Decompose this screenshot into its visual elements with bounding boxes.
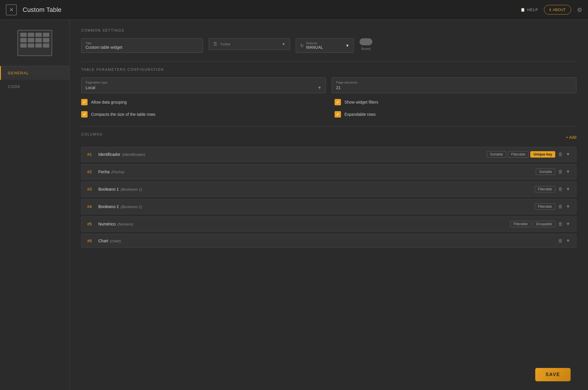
delete-column-6-button[interactable]: 🗑 (558, 238, 563, 243)
boxed-group: Boxed (360, 38, 372, 50)
settings-icon[interactable]: ⚙ (577, 6, 582, 13)
checkboxes-grid: ✓ Allow data grouping ✓ Show widget filt… (81, 99, 576, 118)
tag-filterable-1: Filterable (508, 151, 529, 158)
title-field-group: Title Custom table widget (81, 38, 203, 53)
col-alias-2: (Fecha) (111, 170, 124, 174)
columns-title: COLUMNS (81, 132, 103, 136)
sidebar-nav: GENERAL CODE (0, 66, 69, 93)
delete-column-1-button[interactable]: 🗑 (558, 152, 563, 157)
add-icon: + Add (566, 135, 576, 140)
delete-column-5-button[interactable]: 🗑 (558, 221, 563, 227)
sidebar-item-code[interactable]: CODE (0, 80, 69, 93)
table-row: #3 Booleano 1 (Booleano 1) Filterable 🗑 … (81, 182, 576, 197)
tag-filterable-4: Filterable (535, 203, 555, 210)
col-tags-4: Filterable (535, 203, 555, 210)
settings-row: Title Custom table widget 🗓 Toolbar ▼ (81, 38, 576, 53)
table-params-section: TABLE PARAMETERS CONFIGURATION Paginatio… (81, 68, 576, 118)
about-button[interactable]: ℹ ABOUT (544, 5, 571, 15)
col-number-5: #5 (87, 222, 96, 226)
icon-cell (28, 38, 34, 42)
delete-column-3-button[interactable]: 🗑 (558, 187, 563, 192)
title-value: Custom table widget (86, 45, 199, 50)
expand-column-2-button[interactable]: ▼ (566, 169, 570, 174)
checkbox-label-compacts-size: Compacts the size of the table rows (91, 112, 155, 117)
save-button-container: SAVE (535, 368, 571, 381)
col-tags-2: Sortable (536, 169, 555, 175)
checkbox-icon-compacts-size: ✓ (81, 111, 88, 118)
col-actions-5: 🗑 ▼ (558, 221, 570, 227)
table-row: #6 Chart (chart) 🗑 ▼ (81, 234, 576, 248)
page-elements-value: 21 (336, 85, 572, 90)
expand-column-5-button[interactable]: ▼ (566, 221, 570, 227)
icon-cell (35, 33, 42, 37)
refresh-select[interactable]: ↻ Refresh MANUAL ▼ (296, 38, 354, 53)
icon-cell (20, 38, 27, 42)
col-name-3: Booleano 1 (98, 187, 119, 192)
table-params-title: TABLE PARAMETERS CONFIGURATION (81, 68, 576, 72)
checkbox-show-widget-filters[interactable]: ✓ Show widget filters (335, 99, 576, 105)
col-name-6: Chart (98, 239, 108, 243)
icon-cell (28, 33, 34, 37)
close-icon: ✕ (9, 7, 14, 13)
delete-column-4-button[interactable]: 🗑 (558, 204, 563, 209)
save-button[interactable]: SAVE (535, 368, 571, 381)
checkbox-compacts-size[interactable]: ✓ Compacts the size of the table rows (81, 111, 323, 118)
main-content: COMMON SETTINGS Title Custom table widge… (70, 20, 588, 390)
page-elements-label: Page elements (336, 81, 572, 84)
sidebar-item-general[interactable]: GENERAL (0, 66, 69, 80)
expand-column-3-button[interactable]: ▼ (566, 187, 570, 192)
refresh-label: Refresh (306, 41, 343, 45)
refresh-icon: ↻ (300, 43, 304, 48)
boxed-label: Boxed (361, 47, 370, 50)
checkbox-icon-show-widget-filters: ✓ (335, 99, 341, 105)
tag-filterable-3: Filterable (535, 186, 555, 192)
pagination-type-value: Local ▼ (86, 85, 322, 90)
close-button[interactable]: ✕ (6, 4, 17, 15)
col-alias-6: (chart) (110, 239, 121, 243)
title-label: Title (86, 41, 199, 45)
delete-column-2-button[interactable]: 🗑 (558, 169, 563, 174)
page-elements-field[interactable]: Page elements 21 (332, 77, 576, 93)
checkbox-label-allow-data-grouping: Allow data grouping (91, 100, 127, 104)
columns-section: COLUMNS + Add #1 Identificador (Identifi… (81, 132, 576, 248)
pagination-type-field[interactable]: Pagination type Local ▼ (81, 77, 326, 93)
col-alias-4: (Booleano 2) (121, 205, 142, 209)
col-actions-2: 🗑 ▼ (558, 169, 570, 174)
checkbox-allow-data-grouping[interactable]: ✓ Allow data grouping (81, 99, 323, 105)
table-row: #2 Fecha (Fecha) Sortable 🗑 ▼ (81, 164, 576, 179)
icon-cell (43, 38, 49, 42)
sidebar: GENERAL CODE (0, 20, 70, 390)
toolbar-icon: 🗓 (213, 41, 218, 47)
expand-column-6-button[interactable]: ▼ (566, 238, 570, 243)
col-tags-1: Sortable Filterable Unique key (487, 151, 555, 158)
refresh-field-group: ↻ Refresh MANUAL ▼ (296, 38, 354, 53)
icon-cell (20, 33, 27, 37)
icon-cell (35, 38, 42, 42)
tag-unique-key-1: Unique key (530, 151, 555, 158)
add-column-button[interactable]: + Add (566, 135, 576, 140)
col-number-1: #1 (87, 152, 96, 157)
icon-cell (28, 44, 34, 48)
help-icon: 📋 (520, 8, 525, 12)
expand-column-1-button[interactable]: ▼ (566, 152, 570, 157)
checkbox-label-show-widget-filters: Show widget filters (344, 100, 378, 104)
checkbox-icon-expandable-rows: ✓ (335, 111, 341, 118)
col-number-6: #6 (87, 239, 96, 243)
about-icon: ℹ (549, 8, 551, 12)
col-alias-3: (Booleano 1) (121, 187, 142, 192)
common-settings-title: COMMON SETTINGS (81, 28, 576, 32)
title-input-box[interactable]: Title Custom table widget (81, 38, 203, 53)
col-actions-3: 🗑 ▼ (558, 187, 570, 192)
toolbar-select[interactable]: 🗓 Toolbar ▼ (209, 38, 290, 50)
checkbox-expandable-rows[interactable]: ✓ Expandable rows (335, 111, 576, 118)
boxed-toggle[interactable] (360, 38, 372, 45)
col-number-2: #2 (87, 169, 96, 174)
icon-cell (35, 44, 42, 48)
col-number-4: #4 (87, 204, 96, 209)
app-title: Custom Table (23, 6, 520, 14)
refresh-value: MANUAL (306, 45, 343, 50)
columns-header: COLUMNS + Add (81, 132, 576, 142)
expand-column-4-button[interactable]: ▼ (566, 204, 570, 209)
help-button[interactable]: 📋 HELP (520, 8, 538, 12)
tag-filterable-5: Filterable (510, 221, 531, 227)
